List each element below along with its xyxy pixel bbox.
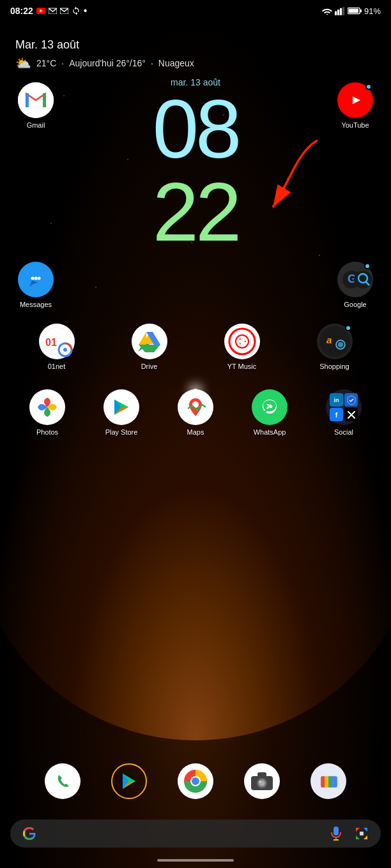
app-social[interactable]: in f Social — [323, 384, 364, 441]
cloud-icon: ⛅ — [15, 56, 31, 71]
svg-point-21 — [31, 277, 34, 280]
app-drive[interactable]: Drive — [129, 318, 170, 375]
playstore-label: Play Store — [105, 428, 138, 436]
youtube-label: YouTube — [341, 121, 369, 129]
weather-dot: · — [61, 58, 64, 68]
svg-rect-64 — [257, 772, 266, 777]
svg-rect-76 — [331, 776, 337, 788]
youtube-notif-dot — [365, 84, 372, 90]
app-gmail[interactable]: Gmail — [10, 77, 61, 134]
app-youtube[interactable]: YouTube — [330, 77, 381, 134]
svg-point-23 — [38, 277, 41, 280]
clock-date-small: mar. 13 août — [61, 77, 330, 87]
google-notif-dot — [364, 263, 371, 269]
svg-point-42 — [319, 326, 350, 357]
app-01net[interactable]: 01 01net — [36, 318, 77, 375]
svg-rect-8 — [337, 10, 339, 15]
google-icon: G — [337, 262, 373, 297]
dock-chrome[interactable] — [175, 758, 216, 804]
svg-rect-81 — [360, 832, 364, 835]
svg-point-41 — [240, 339, 245, 344]
photos-label: Photos — [36, 428, 58, 436]
home-bar — [157, 859, 234, 862]
maps-icon — [178, 389, 213, 425]
row3-grid: 01 01net — [0, 313, 391, 380]
google-g-logo — [22, 826, 37, 841]
search-right-icons — [328, 826, 369, 841]
weather-forecast: Aujourd'hui 26°/16° — [69, 58, 146, 68]
battery-percentage: 91% — [364, 6, 381, 16]
svg-rect-17 — [43, 93, 46, 107]
svg-point-22 — [34, 277, 38, 280]
weather-section: Mar. 13 août ⛅ 21°C · Aujourd'hui 26°/16… — [0, 19, 391, 77]
ytmusic-label: YT Music — [227, 363, 257, 370]
svg-point-45 — [338, 342, 343, 347]
photos-icon — [29, 389, 65, 425]
dot-indicator: • — [84, 5, 88, 17]
svg-point-33 — [63, 348, 67, 352]
svg-point-6 — [326, 14, 328, 15]
shopping-notif-dot — [345, 325, 351, 331]
weather-temp: 21°C — [36, 58, 56, 68]
svg-rect-10 — [342, 7, 344, 15]
gmail-status-icon1 — [49, 8, 57, 14]
signal-icon — [335, 7, 345, 15]
app-photos[interactable]: Photos — [27, 384, 68, 441]
app-shopping[interactable]: a Shopping — [314, 318, 355, 375]
search-bar[interactable] — [10, 819, 381, 848]
google-label: Google — [344, 301, 366, 308]
chrome-icon — [178, 763, 213, 799]
clock-hour: 08 — [61, 87, 330, 170]
gmail-icon — [18, 82, 54, 118]
clock-minute: 22 — [61, 170, 330, 253]
dock — [10, 751, 381, 812]
app-maps[interactable]: Maps — [175, 384, 216, 441]
svg-rect-7 — [335, 11, 337, 15]
status-right: 91% — [322, 6, 381, 16]
svg-point-62 — [192, 777, 199, 785]
time-display: 08:22 — [10, 6, 33, 16]
status-left: 08:22 • — [10, 5, 87, 17]
weather-condition: Nuageux — [158, 58, 194, 68]
dock-playstore[interactable] — [109, 758, 150, 804]
weather-dot2: · — [151, 58, 153, 68]
svg-point-68 — [259, 781, 261, 783]
app-playstore[interactable]: Play Store — [101, 384, 142, 441]
maps-label: Maps — [187, 428, 204, 436]
01net-icon: 01 — [39, 324, 75, 359]
gmail-label: Gmail — [27, 121, 45, 129]
dock-phone[interactable] — [42, 758, 83, 804]
home-indicator[interactable] — [0, 855, 391, 868]
whatsapp-label: WhatsApp — [254, 428, 286, 436]
gmail-status-icon2 — [60, 8, 68, 14]
svg-text:a: a — [326, 334, 332, 345]
dock-wallet[interactable] — [308, 758, 349, 804]
social-icon: in f — [326, 389, 362, 425]
youtube-status-icon — [36, 8, 45, 14]
camera-icon — [244, 763, 280, 799]
drive-icon — [132, 324, 167, 359]
svg-rect-13 — [348, 9, 358, 13]
messages-icon — [18, 262, 54, 297]
drive-label: Drive — [141, 363, 158, 370]
app-google[interactable]: G Google — [330, 257, 381, 313]
status-bar: 08:22 • — [0, 0, 391, 19]
01net-label: 01net — [48, 363, 66, 370]
app-ytmusic[interactable]: YT Music — [222, 318, 263, 375]
svg-rect-9 — [340, 8, 342, 15]
weather-info: ⛅ 21°C · Aujourd'hui 26°/16° · Nuageux — [15, 56, 376, 71]
shopping-label: Shopping — [319, 363, 349, 370]
lens-icon[interactable] — [354, 826, 369, 841]
svg-text:01: 01 — [45, 337, 57, 348]
messages-label: Messages — [20, 301, 52, 308]
youtube-icon — [337, 82, 373, 118]
dock-camera[interactable] — [241, 758, 282, 804]
sync-icon — [72, 6, 80, 15]
playdock-icon — [111, 763, 147, 799]
app-messages[interactable]: Messages — [10, 257, 61, 313]
wifi-icon — [322, 7, 332, 15]
mic-icon[interactable] — [328, 826, 344, 841]
app-whatsapp[interactable]: WhatsApp — [249, 384, 290, 441]
shopping-icon: a — [317, 324, 353, 359]
svg-marker-18 — [353, 96, 360, 104]
